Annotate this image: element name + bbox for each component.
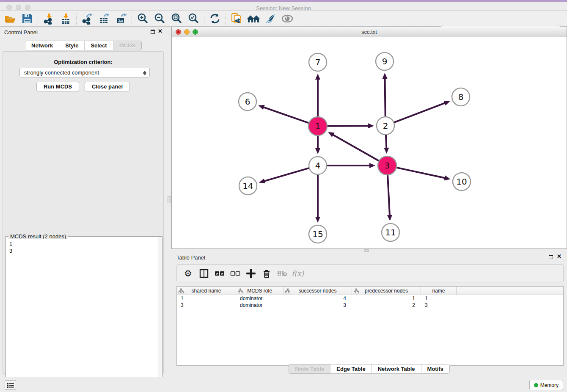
network-maximize-button[interactable]: + bbox=[193, 29, 198, 35]
table-header-row: shared nameMCDS rolesuccessor nodesprede… bbox=[177, 287, 563, 295]
export-network-button[interactable] bbox=[79, 11, 96, 26]
network-close-button[interactable]: ✕ bbox=[176, 29, 181, 35]
table-row[interactable]: 1dominator411 bbox=[177, 295, 563, 302]
export-image-button[interactable] bbox=[113, 11, 129, 26]
criterion-dropdown[interactable]: strongly connected component bbox=[19, 68, 150, 77]
table-row[interactable]: 3dominator323 bbox=[177, 302, 563, 309]
tab-network[interactable]: Network bbox=[25, 41, 59, 50]
column-header-shared-name[interactable]: shared name bbox=[177, 287, 236, 295]
panel-splitter-handle[interactable] bbox=[168, 196, 171, 203]
zoom-out-button[interactable] bbox=[151, 11, 168, 26]
edge-2-9[interactable] bbox=[385, 78, 385, 116]
zoom-selected-button[interactable] bbox=[185, 11, 202, 26]
tab-edge-table[interactable]: Edge Table bbox=[330, 364, 372, 373]
tab-mcds[interactable]: MCDS bbox=[113, 41, 141, 50]
cell-successor-nodes[interactable]: 4 bbox=[284, 295, 352, 302]
cell-shared-name[interactable]: 1 bbox=[177, 295, 236, 302]
sort-icon[interactable] bbox=[354, 288, 359, 293]
zoom-in-icon bbox=[137, 13, 149, 25]
cell-name[interactable]: 3 bbox=[421, 302, 457, 309]
edge-1-6[interactable] bbox=[263, 107, 308, 123]
edge-3-11[interactable] bbox=[388, 175, 390, 216]
sort-icon[interactable] bbox=[285, 288, 290, 293]
export-table-button[interactable] bbox=[96, 11, 113, 26]
delete-table-button[interactable] bbox=[274, 266, 290, 281]
clone-network-button[interactable] bbox=[228, 11, 245, 26]
deselect-all-button[interactable] bbox=[227, 266, 243, 281]
import-network-button[interactable] bbox=[40, 11, 57, 26]
network-window-titlebar[interactable]: ✕ − + scc.txt bbox=[172, 27, 567, 37]
show-columns-button[interactable] bbox=[196, 266, 212, 281]
cell-MCDS-role[interactable]: dominator bbox=[236, 302, 284, 309]
cell-MCDS-role[interactable]: dominator bbox=[236, 295, 284, 302]
apply-layout-icon bbox=[209, 13, 221, 25]
node-table[interactable]: shared nameMCDS rolesuccessor nodesprede… bbox=[176, 286, 564, 366]
node-label-7: 7 bbox=[315, 57, 321, 67]
edge-2-8[interactable] bbox=[394, 103, 446, 122]
memory-button[interactable]: Memory bbox=[529, 380, 563, 390]
float-panel-icon[interactable] bbox=[151, 30, 155, 34]
open-session-button[interactable] bbox=[2, 11, 19, 26]
table-splitter-handle[interactable] bbox=[364, 249, 369, 252]
table-settings-button[interactable]: ⚙ bbox=[180, 266, 196, 281]
clone-network-icon bbox=[231, 13, 242, 25]
export-network-icon bbox=[81, 13, 93, 25]
run-mcds-button[interactable]: Run MCDS bbox=[36, 82, 79, 91]
tab-network-table[interactable]: Network Table bbox=[372, 364, 421, 373]
column-header-successor-nodes[interactable]: successor nodes bbox=[284, 287, 352, 295]
import-table-icon bbox=[60, 13, 72, 25]
edge-1-2[interactable] bbox=[328, 126, 369, 126]
tab-style[interactable]: Style bbox=[59, 41, 85, 50]
column-label: successor nodes bbox=[298, 288, 336, 294]
toggle-graphics-button[interactable] bbox=[262, 11, 279, 26]
cell-predecessor-nodes[interactable]: 1 bbox=[352, 295, 421, 302]
tab-node-table[interactable]: Node Table bbox=[289, 364, 330, 373]
close-panel-button[interactable]: Close panel bbox=[85, 82, 130, 91]
network-canvas[interactable]: 7968124314101511 bbox=[172, 37, 567, 248]
zoom-fit-button[interactable] bbox=[168, 11, 185, 26]
node-label-10: 10 bbox=[456, 177, 467, 187]
cell-successor-nodes[interactable]: 3 bbox=[284, 302, 352, 309]
sort-icon[interactable] bbox=[179, 288, 184, 293]
mcds-result-box: MCDS result (2 nodes) 1 3 bbox=[6, 236, 162, 392]
delete-row-button[interactable] bbox=[259, 266, 274, 281]
edge-4-14[interactable] bbox=[264, 168, 308, 181]
tab-select[interactable]: Select bbox=[85, 41, 113, 50]
arrowhead-icon bbox=[444, 101, 450, 105]
show-hide-button[interactable] bbox=[279, 11, 296, 26]
mcds-result-list[interactable]: 1 3 bbox=[6, 239, 158, 392]
task-history-button[interactable] bbox=[5, 380, 16, 390]
network-minimize-button[interactable]: − bbox=[184, 29, 190, 35]
close-table-panel-icon[interactable]: ✕ bbox=[557, 254, 561, 259]
ndex-browser-button[interactable] bbox=[245, 11, 262, 26]
edge-3-10[interactable] bbox=[396, 168, 445, 178]
column-header-predecessor-nodes[interactable]: predecessor nodes bbox=[352, 287, 421, 295]
tab-motifs[interactable]: Motifs bbox=[421, 364, 449, 373]
apply-layout-button[interactable] bbox=[206, 11, 223, 26]
close-panel-icon[interactable]: ✕ bbox=[158, 28, 162, 34]
network-graph[interactable]: 7968124314101511 bbox=[172, 37, 567, 248]
result-scrollbar[interactable] bbox=[158, 237, 162, 392]
column-label: name bbox=[432, 288, 445, 294]
toolbar-separator bbox=[226, 13, 226, 25]
function-builder-button[interactable]: f(x) bbox=[290, 266, 306, 281]
zoom-in-button[interactable] bbox=[134, 11, 151, 26]
cell-shared-name[interactable]: 3 bbox=[177, 302, 236, 309]
mcds-panel: Optimization criterion: strongly connect… bbox=[3, 51, 164, 374]
float-table-panel-icon[interactable] bbox=[549, 255, 553, 259]
add-row-button[interactable] bbox=[243, 266, 259, 281]
zoom-selected-icon bbox=[187, 13, 199, 25]
toolbar-separator bbox=[132, 13, 132, 25]
delete-table-icon bbox=[277, 270, 287, 277]
import-table-button[interactable] bbox=[57, 11, 74, 26]
node-label-4: 4 bbox=[315, 160, 321, 171]
sort-icon[interactable] bbox=[238, 288, 243, 293]
column-header-name[interactable]: name bbox=[421, 287, 457, 295]
save-session-button[interactable] bbox=[19, 11, 36, 26]
cell-predecessor-nodes[interactable]: 2 bbox=[352, 302, 421, 309]
column-header-MCDS-role[interactable]: MCDS role bbox=[236, 287, 284, 295]
cell-name[interactable]: 1 bbox=[421, 295, 457, 302]
edge-3-1[interactable] bbox=[333, 135, 379, 161]
select-all-button[interactable] bbox=[212, 266, 227, 281]
edge-2-3[interactable] bbox=[386, 135, 386, 149]
